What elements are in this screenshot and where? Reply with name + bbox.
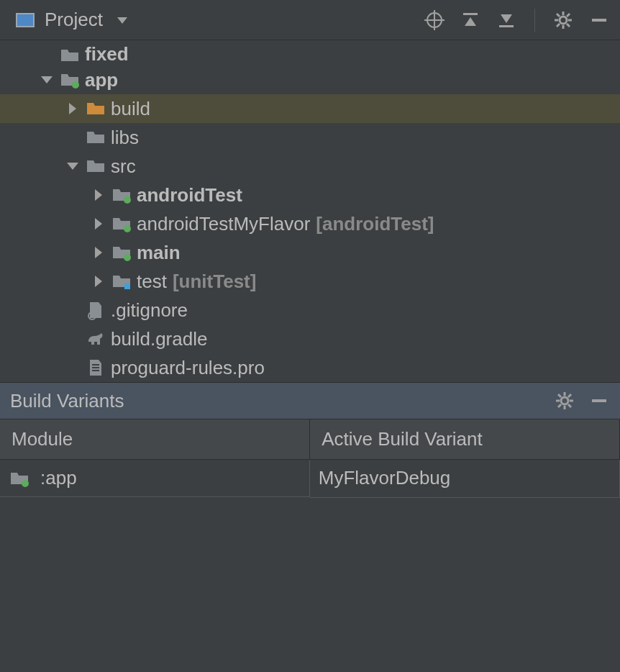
tree-row-app[interactable]: app [0,65,620,94]
module-folder-icon [111,185,132,205]
tree-label: androidTest [137,184,242,206]
tree-label: proguard-rules.pro [111,357,265,379]
toolbar-separator [534,9,535,32]
tree-row-test[interactable]: test [unitTest] [0,267,620,296]
folder-icon [85,99,106,119]
tree-row-truncated[interactable]: fixed [0,40,620,65]
tree-label: app [85,69,118,91]
gear-icon[interactable] [552,9,574,31]
tree-label: test [137,271,167,293]
tree-label: libs [111,127,139,149]
folder-icon [85,127,106,147]
tree-label: androidTestMyFlavor [137,213,310,235]
tree-label: build [111,98,150,120]
project-toolbar: Project [0,0,620,40]
chevron-down-icon[interactable] [60,158,85,175]
tree-row-libs[interactable]: libs [0,123,620,152]
minimize-icon[interactable] [588,9,610,31]
build-variants-title: Build Variants [10,390,124,412]
chevron-right-icon[interactable] [86,186,111,204]
target-icon[interactable] [424,9,445,31]
tree-label: main [137,242,181,264]
file-icon [85,358,106,378]
module-name: :app [40,467,77,489]
test-folder-icon [111,271,132,291]
tree-label: fixed [85,43,129,65]
chevron-right-icon[interactable] [60,100,85,117]
build-variants-empty-area [0,498,620,673]
build-variants-table: Module Active Build Variant :app MyFlavo… [0,419,620,498]
view-dropdown-icon[interactable] [111,9,133,31]
folder-icon [59,45,81,65]
chevron-down-icon[interactable] [35,71,59,88]
tree-row-gitignore[interactable]: .gitignore [0,296,620,324]
minimize-icon[interactable] [588,390,610,412]
tree-label: src [111,155,136,178]
gradle-file-icon [85,329,106,349]
toolbar-title: Project [45,9,103,31]
tree-hint: [androidTest] [316,213,434,235]
tree-row-build[interactable]: build [0,94,620,123]
chevron-right-icon[interactable] [86,273,111,290]
module-folder-icon [9,468,30,489]
gear-icon[interactable] [554,390,575,412]
module-folder-icon [59,70,81,90]
chevron-right-icon[interactable] [86,244,111,261]
tree-row-buildgradle[interactable]: build.gradle [0,324,620,353]
module-folder-icon [111,242,132,263]
column-header-active-variant[interactable]: Active Build Variant [310,419,620,460]
collapse-all-icon[interactable] [496,9,517,31]
project-tree[interactable]: fixed app build libs [0,40,620,382]
folder-icon [85,156,106,176]
tree-row-main[interactable]: main [0,238,620,267]
tree-row-src[interactable]: src [0,152,620,181]
tree-row-proguard[interactable]: proguard-rules.pro [0,353,620,382]
gitignore-file-icon [85,300,106,320]
table-row[interactable]: :app MyFlavorDebug [0,460,620,498]
tree-row-androidtest[interactable]: androidTest [0,181,620,209]
chevron-right-icon[interactable] [86,215,111,232]
build-variants-header: Build Variants [0,382,620,419]
tree-label: .gitignore [111,299,188,322]
column-header-module[interactable]: Module [0,419,310,460]
active-variant-cell[interactable]: MyFlavorDebug [310,460,620,498]
expand-all-icon[interactable] [460,9,481,31]
module-folder-icon [111,214,132,234]
project-icon [14,9,36,31]
tree-label: build.gradle [111,328,207,350]
tree-hint: [unitTest] [173,271,257,293]
tree-row-androidtestmyflavor[interactable]: androidTestMyFlavor [androidTest] [0,209,620,238]
